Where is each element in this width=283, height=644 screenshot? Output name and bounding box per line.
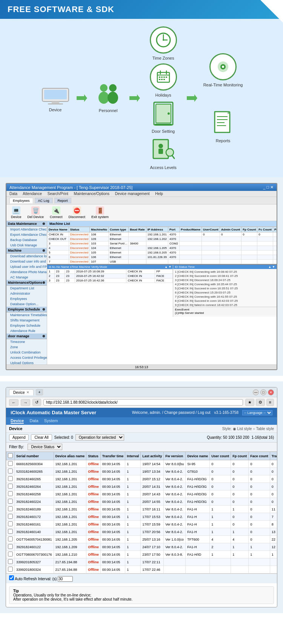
row-checkbox[interactable]: [8, 469, 13, 473]
device-table-row[interactable]: 3929182460172 192.168.1.201 Offline 00:0…: [6, 513, 277, 521]
browser-tab-close[interactable]: ✕: [26, 390, 29, 394]
bottom-table-row[interactable]: 123232018-07-25 16:08:39CHECK INFP: [48, 269, 173, 274]
device-table-row[interactable]: 3929182460224 192.168.1.201 Offline 00:0…: [6, 498, 277, 506]
menu-device-mgmt[interactable]: Device management: [115, 192, 150, 196]
row-checkbox[interactable]: [8, 499, 13, 504]
sidebar-section-maintenance[interactable]: Maintenance/Options⊗: [6, 280, 47, 286]
sidebar-item-timetables[interactable]: Maintenance Timetables: [6, 312, 47, 318]
sidebar-item-export[interactable]: Export Attendance Checking Data: [6, 232, 47, 237]
sidebar-item-timezone[interactable]: Timezone: [6, 339, 47, 344]
row-checkbox[interactable]: [8, 529, 13, 534]
url-bar[interactable]: http://192.168.1.88:8082/iclock/data/Icl…: [43, 399, 243, 406]
nav-system[interactable]: System: [44, 418, 58, 424]
restore-btn[interactable]: □: [260, 389, 266, 395]
device-table-row[interactable]: OGT708006707300176 192.168.1.210 Offline…: [6, 551, 277, 558]
menu-data[interactable]: Data: [9, 192, 17, 196]
sidebar-section-schedule[interactable]: Employee Schedule⊗: [6, 307, 47, 312]
device-table-row[interactable]: 3399201805327 217.65.194.88 Offline 00:0…: [6, 558, 277, 566]
sidebar-item-upload-opts[interactable]: Upload Options: [6, 360, 47, 364]
software-menubar[interactable]: Data Attendance Search/Print Maintenance…: [6, 191, 277, 197]
report-tab[interactable]: Report: [54, 198, 71, 203]
sidebar-item-download-logs[interactable]: Download attendance logs: [6, 254, 47, 259]
machine-table-row[interactable]: 4 Disconnected 104 Ethernet 192.168.1.20…: [48, 246, 277, 251]
sidebar-item-employees[interactable]: Employees: [6, 296, 47, 301]
machine-table-row[interactable]: CHECK IN Disconnected 108 Ethernet 192.1…: [48, 232, 277, 237]
sidebar-item-ac[interactable]: AC Manage: [6, 275, 47, 280]
sidebar-item-photo[interactable]: Attendance Photo Management: [6, 269, 47, 275]
row-checkbox[interactable]: [8, 506, 13, 511]
select-all-checkbox[interactable]: [8, 453, 13, 458]
device-table-row[interactable]: 3929182460161 192.168.1.201 Offline 00:0…: [6, 521, 277, 528]
operation-select[interactable]: Operation for selected: [75, 434, 124, 441]
close-btn[interactable]: ✕: [268, 389, 274, 395]
refresh-btn[interactable]: ↺: [32, 399, 41, 406]
machine-table-row[interactable]: 6 Disconnected 106 Ethernet 101.81.228.3…: [48, 255, 277, 260]
append-btn[interactable]: Append: [9, 434, 29, 441]
menu-maintenance[interactable]: Maintenance/Options: [74, 192, 110, 196]
sidebar-item-usb[interactable]: Usb Disk Manage: [6, 243, 47, 248]
sidebar-item-dept[interactable]: Department List: [6, 286, 47, 291]
bottom-table-row[interactable]: 323232018-07-25 16:42:36CHECK INFACE: [48, 278, 173, 283]
sidebar-section-machine[interactable]: Machine⊗: [6, 248, 47, 254]
browser-new-tab[interactable]: +: [36, 389, 43, 395]
machine-table-row[interactable]: 7 Disconnected 107 USB 3204: [48, 260, 277, 264]
interval-input[interactable]: [58, 576, 73, 582]
back-btn[interactable]: ←: [9, 399, 18, 406]
device-btn[interactable]: 💻 Device: [9, 206, 23, 220]
device-table-row[interactable]: 3399201800324 217.65.194.88 Offline 00:0…: [6, 566, 277, 573]
del-device-btn[interactable]: 🗑️ Del Device: [26, 206, 46, 220]
nav-data[interactable]: Data: [29, 418, 38, 424]
employees-tab[interactable]: Employees: [9, 198, 33, 203]
sidebar-item-import[interactable]: Import Attendance Checking Data: [6, 227, 47, 232]
row-checkbox[interactable]: [8, 544, 13, 549]
sidebar-item-access[interactable]: Access Control Privilege: [6, 355, 47, 360]
row-checkbox[interactable]: [8, 536, 13, 541]
menu-attendance[interactable]: Attendance: [23, 192, 42, 196]
bookmark-btn[interactable]: ★: [245, 399, 254, 406]
machine-table-row[interactable]: 5 Disconnected 105 Ethernet 192.168.0.20…: [48, 251, 277, 255]
browser-tab-device[interactable]: Device ✕: [9, 389, 34, 395]
menu-search[interactable]: Search/Print: [48, 192, 68, 196]
device-table-row[interactable]: 66691825600304 192.168.1.201 Offline 00:…: [6, 460, 277, 468]
aclog-tab[interactable]: AC Log: [35, 198, 53, 203]
menu-help[interactable]: Help: [155, 192, 163, 196]
sidebar-item-backup[interactable]: Backup Database: [6, 237, 47, 243]
row-checkbox[interactable]: [8, 461, 13, 466]
menu-btn[interactable]: ≡: [266, 399, 274, 406]
connect-btn[interactable]: 🔌 Connect: [48, 206, 64, 220]
clear-all-btn[interactable]: Clear All: [31, 434, 52, 441]
device-table-row[interactable]: 3929182460264 192.168.1.201 Offline 00:0…: [6, 483, 277, 490]
sidebar-section-data[interactable]: Data Maintenance⊗: [6, 221, 47, 227]
filter-status-select[interactable]: Device Status: [28, 444, 62, 450]
sidebar-item-download-user[interactable]: Download user info and Fp: [6, 259, 47, 264]
row-checkbox[interactable]: [8, 514, 13, 519]
exit-system-btn[interactable]: 🚪 Exit system: [90, 206, 110, 220]
sidebar-item-shifts[interactable]: Shifts Management: [6, 318, 47, 323]
device-table-row[interactable]: 3929182460122 192.168.1.209 Offline 00:0…: [6, 543, 277, 551]
row-checkbox[interactable]: [8, 491, 13, 496]
disconnect-btn[interactable]: ⛔ Disconnect: [67, 206, 87, 220]
bottom-table-row[interactable]: 223232018-07-25 16:42:32CHECK INFACE: [48, 274, 173, 278]
machine-table-row[interactable]: 3 Disconnected 103 Serial Port/... 38400…: [48, 241, 277, 246]
sidebar-item-db[interactable]: Database Option...: [6, 301, 47, 307]
nav-device[interactable]: Device: [11, 418, 24, 424]
sidebar-item-upload-user[interactable]: Upload user info and FP: [6, 264, 47, 269]
device-table-row[interactable]: 3929182460258 192.168.1.201 Offline 00:0…: [6, 490, 277, 498]
row-checkbox[interactable]: [8, 476, 13, 481]
settings-btn[interactable]: ⚙: [256, 399, 265, 406]
device-table-row[interactable]: 3929182460140 192.168.1.201 Offline 00:0…: [6, 528, 277, 536]
row-checkbox[interactable]: [8, 521, 13, 526]
row-checkbox[interactable]: [8, 552, 13, 556]
device-table-row[interactable]: OGT704005704130081 192.168.1.205 Offline…: [6, 536, 277, 543]
forward-btn[interactable]: →: [21, 399, 30, 406]
row-checkbox[interactable]: [8, 559, 13, 564]
row-checkbox[interactable]: [8, 484, 13, 489]
device-table-row[interactable]: 3929182460265 192.168.1.201 Offline 00:0…: [6, 475, 277, 483]
sidebar-item-admin[interactable]: Administrator: [6, 291, 47, 296]
auto-refresh-checkbox[interactable]: [9, 575, 14, 580]
device-table-row[interactable]: 3929182460189 192.168.1.201 Offline 00:0…: [6, 506, 277, 513]
device-table-row[interactable]: 52031824600265 192.168.1.201 Offline 00:…: [6, 468, 277, 475]
language-select[interactable]: -- Language --: [242, 410, 272, 415]
row-checkbox[interactable]: [8, 567, 13, 572]
machine-table-row[interactable]: CHECK OUT Disconnected 109 Ethernet 192.…: [48, 237, 277, 241]
